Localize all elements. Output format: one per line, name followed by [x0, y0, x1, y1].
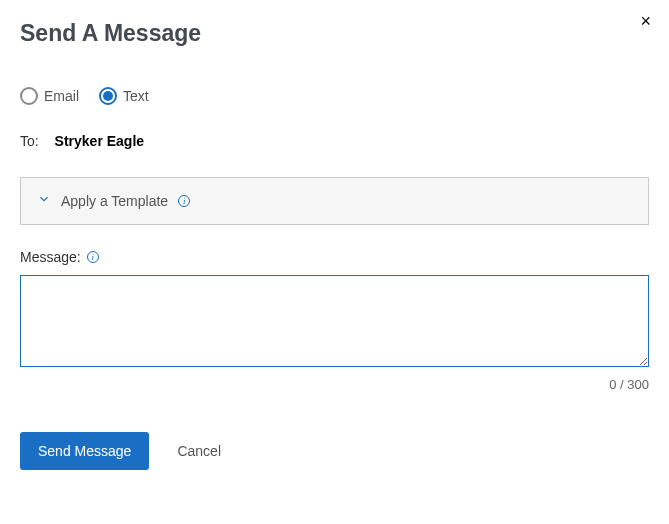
close-icon: ×: [640, 11, 651, 31]
radio-text[interactable]: Text: [99, 87, 149, 105]
apply-template-panel[interactable]: Apply a Template i: [20, 177, 649, 225]
chevron-down-icon: [37, 192, 51, 210]
message-label-row: Message: i: [20, 249, 649, 265]
message-label: Message:: [20, 249, 81, 265]
cancel-link[interactable]: Cancel: [177, 443, 221, 459]
radio-label-email: Email: [44, 88, 79, 104]
message-textarea[interactable]: [20, 275, 649, 367]
channel-radio-group: Email Text: [20, 87, 649, 105]
radio-label-text: Text: [123, 88, 149, 104]
recipient-row: To: Stryker Eagle: [20, 133, 649, 149]
dialog-title: Send A Message: [20, 20, 201, 47]
close-button[interactable]: ×: [640, 12, 651, 30]
footer-actions: Send Message Cancel: [20, 432, 649, 470]
recipient-name: Stryker Eagle: [55, 133, 145, 149]
to-label: To:: [20, 133, 39, 149]
radio-icon: [99, 87, 117, 105]
send-message-button[interactable]: Send Message: [20, 432, 149, 470]
info-icon[interactable]: i: [178, 195, 190, 207]
radio-icon: [20, 87, 38, 105]
radio-email[interactable]: Email: [20, 87, 79, 105]
apply-template-label: Apply a Template: [61, 193, 168, 209]
character-counter: 0 / 300: [20, 377, 649, 392]
info-icon[interactable]: i: [87, 251, 99, 263]
